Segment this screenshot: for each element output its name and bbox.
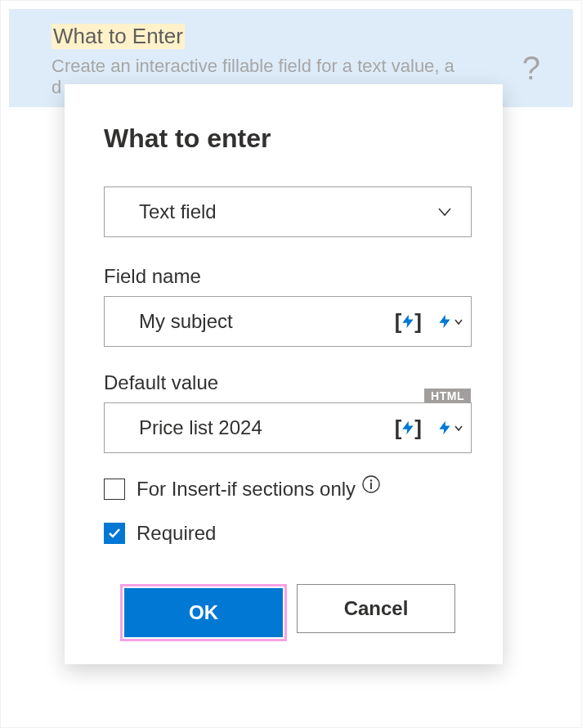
- cancel-button[interactable]: Cancel: [297, 584, 455, 633]
- bolt-icon: [437, 311, 453, 332]
- insert-if-only-label: For Insert-if sections only: [137, 478, 356, 501]
- required-label: Required: [137, 522, 216, 545]
- ok-button[interactable]: OK: [124, 588, 283, 637]
- bracket-bolt-icon[interactable]: []: [395, 416, 422, 441]
- bolt-dropdown-button[interactable]: [437, 417, 463, 438]
- field-type-select[interactable]: Text field: [104, 186, 472, 237]
- dialog-title: What to enter: [104, 124, 472, 154]
- info-icon[interactable]: [362, 475, 380, 493]
- bg-title-highlight: What to Enter: [51, 24, 185, 49]
- field-type-value: Text field: [139, 200, 217, 223]
- required-checkbox[interactable]: [104, 523, 125, 544]
- html-badge: HTML: [424, 389, 471, 403]
- default-value-label: Default value: [104, 371, 472, 394]
- field-name-label: Field name: [104, 265, 472, 288]
- svg-point-1: [370, 479, 372, 481]
- what-to-enter-dialog: What to enter Text field Field name My s…: [65, 84, 503, 664]
- field-name-value: My subject: [139, 310, 395, 333]
- field-name-input[interactable]: My subject []: [104, 296, 472, 347]
- ok-button-highlight: OK: [120, 584, 287, 641]
- bracket-bolt-icon[interactable]: []: [395, 309, 422, 335]
- checkmark-icon: [108, 527, 121, 540]
- bolt-dropdown-button[interactable]: [437, 311, 463, 332]
- chevron-down-icon: [438, 205, 451, 218]
- default-value-input[interactable]: HTML Price list 2024 []: [104, 402, 472, 453]
- chevron-down-icon: [454, 424, 463, 432]
- default-value-value: Price list 2024: [139, 416, 395, 439]
- chevron-down-icon: [454, 317, 463, 326]
- insert-if-only-checkbox[interactable]: [104, 479, 125, 500]
- bolt-icon: [437, 417, 453, 438]
- svg-rect-2: [370, 483, 372, 489]
- required-row: Required: [104, 522, 472, 545]
- insert-if-only-row: For Insert-if sections only: [104, 478, 472, 501]
- help-icon[interactable]: ?: [522, 50, 540, 87]
- dialog-button-row: OK Cancel: [104, 584, 472, 641]
